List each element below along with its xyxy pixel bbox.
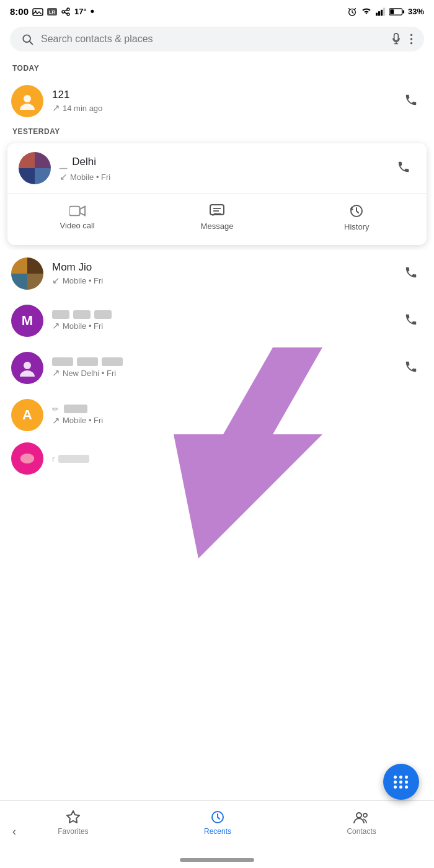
mic-icon[interactable] [390,33,402,45]
call-detail-a: ↗ Mobile • Fri [52,415,233,426]
call-phone-btn-purple[interactable] [399,355,423,381]
gallery-icon [32,7,43,16]
svg-rect-11 [378,11,380,16]
avatar-purple [11,352,43,384]
video-call-label: Video call [60,221,95,230]
svg-rect-24 [69,207,80,216]
nav-contacts-label: Contacts [347,827,376,836]
svg-point-20 [410,38,412,40]
battery-percent: 33% [408,7,424,16]
message-label: Message [201,221,234,231]
svg-rect-16 [390,9,394,14]
call-info-momjio: Mom Jio ↙ Mobile • Fri [52,261,391,286]
svg-point-4 [67,8,69,11]
search-bar[interactable] [10,27,424,51]
svg-point-5 [67,13,69,16]
dial-pad-fab[interactable] [383,764,419,800]
call-phone-btn-121[interactable] [399,88,423,114]
more-options-icon[interactable] [410,33,413,45]
status-icons: 33% [347,7,424,17]
expanded-actions: Video call Message History [7,193,427,245]
svg-rect-13 [383,7,385,16]
call-item-partial[interactable]: r [0,439,434,475]
avatar-partial [11,442,43,475]
call-item-121[interactable]: 121 ↗ 14 min ago [0,78,434,125]
call-name-purple [52,357,391,366]
call-detail-purple: ↗ New Delhi • Fri [52,367,391,378]
temperature: 17° [74,7,87,16]
battery-icon [389,7,404,16]
call-detail-121: ↗ 14 min ago [52,102,391,114]
call-name-a: ✏ [52,405,233,414]
history-icon [349,204,364,218]
call-item-momjio[interactable]: Mom Jio ↙ Mobile • Fri [0,250,434,297]
call-name-partial: r [52,454,423,463]
bottom-nav: Favorites Recents Contacts [0,800,434,843]
call-name-121: 121 [52,89,391,101]
history-btn[interactable]: History [287,199,427,236]
video-call-btn[interactable]: Video call [7,200,147,235]
search-icon [21,33,33,45]
call-item-m[interactable]: M ↗ Mobile • Fri [0,297,434,344]
status-bar: 8:00 LR 17° • 33% [0,0,434,22]
call-name-momjio: Mom Jio [52,261,391,274]
search-input[interactable] [41,34,383,45]
svg-point-29 [24,362,31,369]
call-phone-btn-momjio[interactable] [399,261,423,287]
nav-favorites-label: Favorites [58,827,88,836]
nav-contacts[interactable]: Contacts [334,807,388,838]
call-info-delhi: _ Delhi ↙ Mobile • Fri [60,154,383,182]
back-button[interactable]: ‹ [12,825,16,838]
avatar-momjio [11,257,43,290]
history-label: History [344,222,369,231]
call-info-a: ✏ ↗ Mobile • Fri [52,405,233,426]
video-icon [69,205,86,217]
home-indicator [180,858,254,862]
call-info-m: ↗ Mobile • Fri [52,310,391,331]
call-name-m [52,310,391,319]
call-phone-btn-m[interactable] [399,308,423,334]
call-info-purple: ↗ New Delhi • Fri [52,357,391,378]
wifi-icon [361,7,372,16]
nav-recents[interactable]: Recents [192,807,244,838]
expanded-card-delhi: _ Delhi ↙ Mobile • Fri Video call Messag… [7,143,427,245]
alarm-icon [347,7,357,17]
contacts-icon [353,810,370,825]
call-item-delhi[interactable]: _ Delhi ↙ Mobile • Fri [7,143,427,193]
time-display: 8:00 [10,6,29,17]
avatar-delhi [19,152,51,184]
svg-rect-10 [376,12,378,16]
yesterday-label: YESTERDAY [0,125,434,141]
svg-point-23 [20,104,35,110]
call-info-121: 121 ↗ 14 min ago [52,89,391,114]
svg-line-8 [64,12,67,14]
avatar-121 [11,85,43,117]
call-phone-btn-delhi[interactable] [392,155,415,181]
svg-point-6 [62,11,64,13]
dialpad-icon [394,776,409,789]
call-info-partial: r [52,454,423,463]
dot-indicator: • [91,5,94,18]
svg-point-35 [356,813,361,818]
svg-rect-15 [402,10,404,13]
call-item-purple[interactable]: ↗ New Delhi • Fri [0,344,434,391]
call-name-delhi: Delhi [72,156,96,168]
svg-point-21 [410,42,412,44]
today-label: TODAY [0,61,434,78]
svg-line-18 [30,42,33,45]
message-icon [210,204,224,218]
signal-icon [376,7,386,16]
nav-favorites[interactable]: Favorites [45,807,100,838]
status-time: 8:00 LR 17° • [10,5,94,18]
call-detail-momjio: ↙ Mobile • Fri [52,275,391,286]
svg-point-31 [20,454,34,463]
svg-point-30 [20,370,35,377]
message-btn[interactable]: Message [147,199,286,236]
avatar-m: M [11,305,43,337]
call-item-a[interactable]: A ✏ ↗ Mobile • Fri [0,391,434,439]
nav-recents-label: Recents [204,827,231,836]
svg-point-36 [363,813,367,817]
star-icon [66,810,81,825]
svg-rect-12 [381,9,383,16]
svg-point-19 [410,34,412,36]
